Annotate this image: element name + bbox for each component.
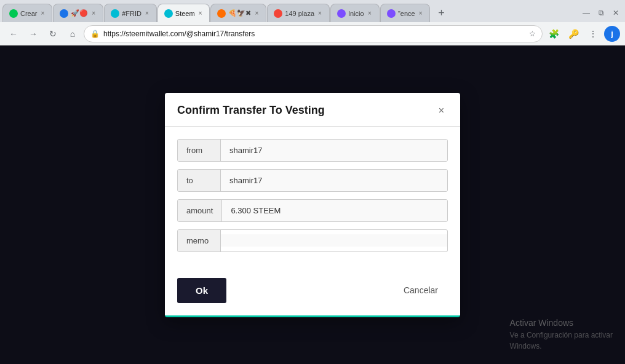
browser-controls: ← → ↻ ⌂ 🔒 https://steemitwallet.com/@sha… (0, 22, 625, 46)
modal-overlay: Confirm Transfer To Vesting × from shami… (0, 46, 625, 364)
menu-button[interactable]: ⋮ (584, 25, 602, 42)
browser-tab-tab7[interactable]: Inicio× (330, 4, 380, 22)
cancel-button[interactable]: Cancelar (394, 279, 448, 301)
tab-close-button[interactable]: × (197, 9, 204, 17)
dialog-close-button[interactable]: × (435, 104, 448, 117)
tab-label: Crear (20, 10, 38, 17)
tab-close-button[interactable]: × (90, 9, 97, 17)
tab-close-button[interactable]: × (253, 9, 260, 17)
tab-label: Inicio (348, 10, 364, 17)
tab-close-button[interactable]: × (317, 9, 323, 17)
tab-label: #FRID (122, 10, 141, 17)
amount-label: amount (178, 200, 222, 221)
tab-favicon (217, 9, 226, 18)
profile-avatar[interactable]: j (604, 26, 620, 42)
refresh-button[interactable]: ↻ (44, 25, 62, 42)
confirm-transfer-dialog: Confirm Transfer To Vesting × from shami… (165, 93, 460, 317)
dialog-body: from shamir17 to shamir17 amount 6.300 S… (165, 127, 460, 272)
tab-close-button[interactable]: × (418, 9, 424, 17)
tab-bar: Crear×🚀🔴×#FRID×Steem×🍕🦅✖×149 plaza×Inici… (0, 0, 625, 22)
dialog-footer: Ok Cancelar (165, 272, 460, 315)
tab-label: 🚀🔴 (71, 9, 88, 17)
memo-field-row: memo (177, 229, 448, 252)
tab-close-button[interactable]: × (40, 9, 46, 17)
tab-label: 149 plaza (285, 10, 314, 17)
amount-value: 6.300 STEEM (222, 200, 447, 221)
address-bar[interactable]: 🔒 https://steemitwallet.com/@shamir17/tr… (84, 25, 543, 42)
browser-tab-tab2[interactable]: 🚀🔴× (53, 4, 103, 22)
tab-close-button[interactable]: × (144, 9, 150, 17)
from-field-row: from shamir17 (177, 139, 448, 162)
tab-favicon (60, 9, 68, 18)
ok-button[interactable]: Ok (177, 278, 226, 303)
to-label: to (178, 170, 221, 191)
extensions-button[interactable]: 🧩 (545, 25, 562, 42)
key-icon[interactable]: 🔑 (565, 25, 582, 42)
tab-label: Steem (175, 10, 195, 17)
browser-window: Crear×🚀🔴×#FRID×Steem×🍕🦅✖×149 plaza×Inici… (0, 0, 625, 364)
browser-tab-tab8[interactable]: "ence× (380, 4, 431, 22)
browser-tab-tab4[interactable]: Steem× (157, 4, 210, 22)
browser-tab-tab3[interactable]: #FRID× (104, 4, 157, 22)
memo-label: memo (178, 230, 221, 251)
from-label: from (178, 140, 221, 161)
tab-favicon (164, 9, 173, 18)
address-text: https://steemitwallet.com/@shamir17/tran… (103, 30, 525, 38)
dialog-header: Confirm Transfer To Vesting × (165, 93, 460, 127)
new-tab-button[interactable]: + (432, 4, 450, 22)
lock-icon: 🔒 (90, 30, 100, 38)
dialog-title: Confirm Transfer To Vesting (177, 104, 325, 117)
tab-favicon (274, 9, 282, 18)
tab-favicon (387, 9, 396, 18)
tab-favicon (337, 9, 346, 18)
to-field-row: to shamir17 (177, 169, 448, 192)
maximize-button[interactable]: ⧉ (595, 7, 608, 18)
to-value: shamir17 (221, 170, 447, 191)
back-button[interactable]: ← (5, 25, 22, 42)
browser-actions: 🧩 🔑 ⋮ j (545, 25, 620, 42)
tab-label: 🍕🦅✖ (228, 9, 251, 17)
forward-button[interactable]: → (25, 25, 42, 42)
tab-favicon (9, 9, 18, 18)
from-value: shamir17 (221, 140, 447, 161)
browser-tab-tab6[interactable]: 149 plaza× (267, 4, 330, 22)
page-content: Activar Windows Ve a Configuración para … (0, 46, 625, 364)
memo-value (221, 234, 447, 247)
browser-tab-tab1[interactable]: Crear× (2, 4, 52, 22)
browser-tab-tab5[interactable]: 🍕🦅✖× (210, 4, 266, 22)
star-icon[interactable]: ☆ (529, 30, 536, 38)
tab-favicon (111, 9, 119, 18)
tab-close-button[interactable]: × (367, 9, 373, 17)
minimize-button[interactable]: — (579, 7, 594, 18)
home-button[interactable]: ⌂ (64, 25, 81, 42)
tab-label: "ence (398, 10, 415, 17)
amount-field-row: amount 6.300 STEEM (177, 199, 448, 222)
close-window-button[interactable]: ✕ (609, 7, 623, 18)
